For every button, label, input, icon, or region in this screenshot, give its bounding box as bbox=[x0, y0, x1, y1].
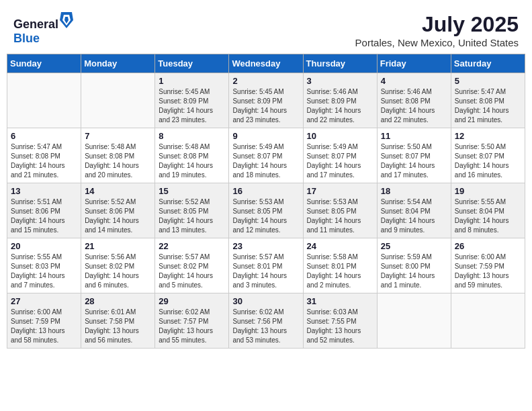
calendar-cell: 29Sunrise: 6:02 AMSunset: 7:57 PMDayligh… bbox=[155, 293, 229, 349]
calendar-header-row: SundayMondayTuesdayWednesdayThursdayFrid… bbox=[7, 54, 525, 73]
day-info: Sunrise: 5:47 AMSunset: 8:08 PMDaylight:… bbox=[455, 87, 521, 125]
calendar-cell bbox=[81, 73, 155, 128]
day-number: 14 bbox=[85, 186, 151, 196]
calendar-cell: 3Sunrise: 5:46 AMSunset: 8:09 PMDaylight… bbox=[303, 73, 377, 128]
calendar-cell bbox=[377, 293, 451, 349]
day-number: 11 bbox=[381, 131, 447, 141]
calendar-week-row: 13Sunrise: 5:51 AMSunset: 8:06 PMDayligh… bbox=[7, 183, 525, 238]
day-number: 10 bbox=[307, 131, 373, 141]
calendar-cell: 1Sunrise: 5:45 AMSunset: 8:09 PMDaylight… bbox=[155, 73, 229, 128]
day-number: 12 bbox=[455, 131, 521, 141]
day-info: Sunrise: 6:01 AMSunset: 7:58 PMDaylight:… bbox=[85, 308, 151, 345]
day-number: 17 bbox=[307, 186, 373, 196]
calendar-cell: 30Sunrise: 6:02 AMSunset: 7:56 PMDayligh… bbox=[229, 293, 303, 349]
day-info: Sunrise: 5:47 AMSunset: 8:08 PMDaylight:… bbox=[11, 142, 77, 180]
day-number: 26 bbox=[455, 241, 521, 251]
calendar-cell: 18Sunrise: 5:54 AMSunset: 8:04 PMDayligh… bbox=[377, 183, 451, 238]
day-info: Sunrise: 5:50 AMSunset: 8:07 PMDaylight:… bbox=[381, 142, 447, 180]
calendar-cell: 24Sunrise: 5:58 AMSunset: 8:01 PMDayligh… bbox=[303, 238, 377, 293]
calendar-cell: 20Sunrise: 5:55 AMSunset: 8:03 PMDayligh… bbox=[7, 238, 81, 293]
day-info: Sunrise: 5:46 AMSunset: 8:08 PMDaylight:… bbox=[381, 87, 447, 125]
day-info: Sunrise: 5:45 AMSunset: 8:09 PMDaylight:… bbox=[159, 87, 225, 125]
calendar-cell: 17Sunrise: 5:53 AMSunset: 8:05 PMDayligh… bbox=[303, 183, 377, 238]
day-number: 29 bbox=[159, 296, 225, 306]
day-info: Sunrise: 5:53 AMSunset: 8:05 PMDaylight:… bbox=[307, 197, 373, 235]
calendar-cell: 7Sunrise: 5:48 AMSunset: 8:08 PMDaylight… bbox=[81, 128, 155, 183]
day-info: Sunrise: 5:57 AMSunset: 8:02 PMDaylight:… bbox=[159, 253, 225, 290]
day-number: 31 bbox=[307, 296, 373, 306]
day-info: Sunrise: 6:00 AMSunset: 7:59 PMDaylight:… bbox=[11, 308, 77, 345]
calendar-cell: 22Sunrise: 5:57 AMSunset: 8:02 PMDayligh… bbox=[155, 238, 229, 293]
day-number: 27 bbox=[11, 296, 77, 306]
day-number: 13 bbox=[11, 186, 77, 196]
day-number: 8 bbox=[159, 131, 225, 141]
day-number: 20 bbox=[11, 241, 77, 251]
day-number: 7 bbox=[85, 131, 151, 141]
day-info: Sunrise: 5:55 AMSunset: 8:04 PMDaylight:… bbox=[455, 197, 521, 235]
location-title: Portales, New Mexico, United States bbox=[355, 37, 519, 48]
day-of-week-header: Thursday bbox=[303, 54, 377, 73]
calendar-cell: 31Sunrise: 6:03 AMSunset: 7:55 PMDayligh… bbox=[303, 293, 377, 349]
day-number: 23 bbox=[232, 241, 299, 251]
day-number: 28 bbox=[85, 296, 151, 306]
day-of-week-header: Monday bbox=[81, 54, 155, 73]
day-info: Sunrise: 5:53 AMSunset: 8:05 PMDaylight:… bbox=[232, 197, 299, 235]
day-number: 3 bbox=[307, 76, 373, 86]
calendar-cell: 26Sunrise: 6:00 AMSunset: 7:59 PMDayligh… bbox=[451, 238, 525, 293]
calendar-cell: 19Sunrise: 5:55 AMSunset: 8:04 PMDayligh… bbox=[451, 183, 525, 238]
calendar-cell: 6Sunrise: 5:47 AMSunset: 8:08 PMDaylight… bbox=[7, 128, 81, 183]
calendar-cell: 16Sunrise: 5:53 AMSunset: 8:05 PMDayligh… bbox=[229, 183, 303, 238]
calendar-table: SundayMondayTuesdayWednesdayThursdayFrid… bbox=[7, 54, 525, 349]
calendar-cell: 14Sunrise: 5:52 AMSunset: 8:06 PMDayligh… bbox=[81, 183, 155, 238]
day-of-week-header: Saturday bbox=[451, 54, 525, 73]
calendar-week-row: 27Sunrise: 6:00 AMSunset: 7:59 PMDayligh… bbox=[7, 293, 525, 349]
calendar-cell: 8Sunrise: 5:48 AMSunset: 8:08 PMDaylight… bbox=[155, 128, 229, 183]
month-title: July 2025 bbox=[355, 12, 519, 37]
title-area: July 2025 Portales, New Mexico, United S… bbox=[355, 12, 519, 48]
calendar-cell: 15Sunrise: 5:52 AMSunset: 8:05 PMDayligh… bbox=[155, 183, 229, 238]
day-info: Sunrise: 5:48 AMSunset: 8:08 PMDaylight:… bbox=[159, 142, 225, 180]
day-number: 18 bbox=[381, 186, 447, 196]
day-info: Sunrise: 5:50 AMSunset: 8:07 PMDaylight:… bbox=[455, 142, 521, 180]
calendar-cell: 28Sunrise: 6:01 AMSunset: 7:58 PMDayligh… bbox=[81, 293, 155, 349]
day-info: Sunrise: 5:55 AMSunset: 8:03 PMDaylight:… bbox=[11, 253, 77, 290]
calendar-cell: 12Sunrise: 5:50 AMSunset: 8:07 PMDayligh… bbox=[451, 128, 525, 183]
calendar-cell: 11Sunrise: 5:50 AMSunset: 8:07 PMDayligh… bbox=[377, 128, 451, 183]
day-info: Sunrise: 6:00 AMSunset: 7:59 PMDaylight:… bbox=[455, 253, 521, 290]
logo: General Blue bbox=[13, 12, 73, 46]
day-info: Sunrise: 5:49 AMSunset: 8:07 PMDaylight:… bbox=[232, 142, 299, 180]
day-of-week-header: Friday bbox=[377, 54, 451, 73]
calendar-cell: 9Sunrise: 5:49 AMSunset: 8:07 PMDaylight… bbox=[229, 128, 303, 183]
day-info: Sunrise: 5:52 AMSunset: 8:05 PMDaylight:… bbox=[159, 197, 225, 235]
day-of-week-header: Tuesday bbox=[155, 54, 229, 73]
day-number: 16 bbox=[232, 186, 299, 196]
day-info: Sunrise: 5:56 AMSunset: 8:02 PMDaylight:… bbox=[85, 253, 151, 290]
day-number: 2 bbox=[232, 76, 299, 86]
day-number: 1 bbox=[159, 76, 225, 86]
day-number: 30 bbox=[232, 296, 299, 306]
day-of-week-header: Wednesday bbox=[229, 54, 303, 73]
day-info: Sunrise: 6:02 AMSunset: 7:56 PMDaylight:… bbox=[232, 308, 299, 345]
calendar-cell: 27Sunrise: 6:00 AMSunset: 7:59 PMDayligh… bbox=[7, 293, 81, 349]
day-number: 15 bbox=[159, 186, 225, 196]
day-number: 4 bbox=[381, 76, 447, 86]
day-info: Sunrise: 5:48 AMSunset: 8:08 PMDaylight:… bbox=[85, 142, 151, 180]
calendar-week-row: 20Sunrise: 5:55 AMSunset: 8:03 PMDayligh… bbox=[7, 238, 525, 293]
day-info: Sunrise: 5:59 AMSunset: 8:00 PMDaylight:… bbox=[381, 253, 447, 290]
calendar-week-row: 1Sunrise: 5:45 AMSunset: 8:09 PMDaylight… bbox=[7, 73, 525, 128]
logo-blue: Blue bbox=[13, 32, 40, 45]
day-info: Sunrise: 5:57 AMSunset: 8:01 PMDaylight:… bbox=[232, 253, 299, 290]
day-of-week-header: Sunday bbox=[7, 54, 81, 73]
day-number: 25 bbox=[381, 241, 447, 251]
day-info: Sunrise: 5:49 AMSunset: 8:07 PMDaylight:… bbox=[307, 142, 373, 180]
calendar-cell: 10Sunrise: 5:49 AMSunset: 8:07 PMDayligh… bbox=[303, 128, 377, 183]
calendar-cell: 25Sunrise: 5:59 AMSunset: 8:00 PMDayligh… bbox=[377, 238, 451, 293]
day-number: 9 bbox=[232, 131, 299, 141]
calendar-cell bbox=[7, 73, 81, 128]
logo-text: General Blue bbox=[13, 12, 73, 46]
day-number: 21 bbox=[85, 241, 151, 251]
calendar-week-row: 6Sunrise: 5:47 AMSunset: 8:08 PMDaylight… bbox=[7, 128, 525, 183]
header: General Blue July 2025 Portales, New Mex… bbox=[7, 7, 525, 51]
day-info: Sunrise: 5:54 AMSunset: 8:04 PMDaylight:… bbox=[381, 197, 447, 235]
day-number: 19 bbox=[455, 186, 521, 196]
